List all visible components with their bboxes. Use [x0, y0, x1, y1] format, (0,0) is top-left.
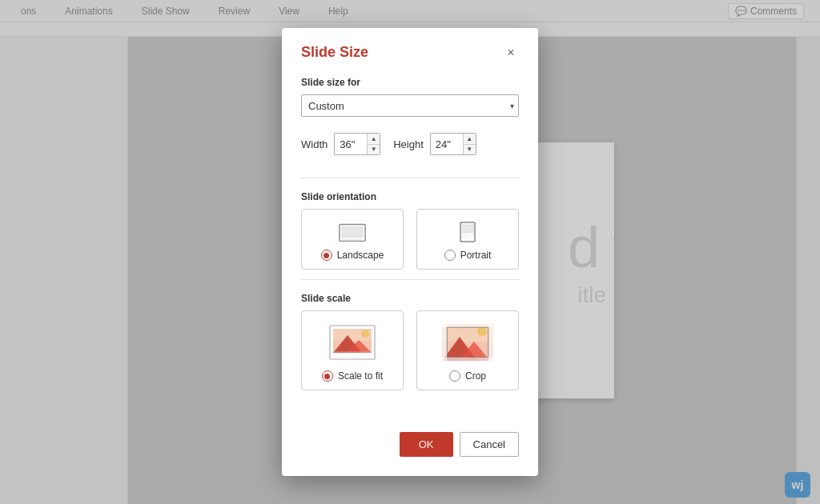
- crop-radio[interactable]: [449, 370, 460, 382]
- scale-to-fit-radio[interactable]: [322, 370, 333, 382]
- landscape-radio-dot: [324, 253, 329, 258]
- svg-rect-23: [440, 358, 495, 362]
- width-label: Width: [301, 138, 328, 150]
- width-increment-button[interactable]: ▲: [368, 134, 380, 145]
- portrait-option-label: Portrait: [460, 250, 492, 261]
- orientation-row: Landscape Portrait: [301, 209, 519, 270]
- scale-row: Scale to fit: [301, 310, 519, 390]
- scale-to-fit-svg: [325, 322, 380, 362]
- svg-rect-21: [488, 322, 495, 362]
- width-spinner-buttons: ▲ ▼: [367, 134, 380, 154]
- modal-overlay: Slide Size × Slide size for Standard (4:…: [0, 0, 820, 504]
- portrait-radio-row: Portrait: [444, 250, 492, 261]
- landscape-radio-row: Landscape: [321, 250, 384, 261]
- scale-to-fit-label: Scale to fit: [338, 370, 383, 382]
- portrait-icon: [453, 221, 482, 243]
- width-group: Width ▲ ▼: [301, 133, 380, 155]
- dialog-title: Slide Size: [301, 44, 368, 61]
- crop-label: Crop: [465, 370, 486, 382]
- height-group: Height ▲ ▼: [393, 133, 476, 155]
- slide-size-dialog: Slide Size × Slide size for Standard (4:…: [282, 28, 538, 476]
- orientation-label: Slide orientation: [301, 191, 519, 202]
- svg-rect-20: [440, 322, 447, 362]
- height-label: Height: [393, 138, 424, 150]
- close-button[interactable]: ×: [503, 45, 519, 61]
- landscape-icon-svg: [338, 221, 367, 243]
- slide-size-select[interactable]: Standard (4:3) Widescreen (16:9) Custom: [301, 94, 519, 117]
- svg-rect-4: [462, 225, 473, 233]
- portrait-option[interactable]: Portrait: [416, 209, 519, 270]
- divider-1: [301, 178, 519, 178]
- height-spinner-wrapper: ▲ ▼: [430, 133, 476, 155]
- landscape-radio[interactable]: [321, 250, 332, 261]
- width-decrement-button[interactable]: ▼: [368, 145, 380, 155]
- crop-svg: [440, 322, 495, 362]
- svg-rect-22: [440, 322, 495, 327]
- dimension-row: Width ▲ ▼ Height ▲ ▼: [301, 133, 519, 155]
- landscape-option-label: Landscape: [337, 250, 384, 261]
- svg-point-16: [477, 326, 487, 336]
- ok-button[interactable]: OK: [400, 432, 453, 457]
- portrait-radio[interactable]: [444, 250, 456, 261]
- crop-illustration: [440, 322, 495, 364]
- portrait-icon-svg: [459, 221, 476, 243]
- crop-option[interactable]: Crop: [416, 310, 519, 390]
- width-spinner-wrapper: ▲ ▼: [334, 133, 380, 155]
- landscape-option[interactable]: Landscape: [301, 209, 404, 270]
- scale-to-fit-illustration: [325, 322, 380, 364]
- divider-2: [301, 279, 519, 280]
- landscape-icon: [338, 221, 367, 243]
- height-decrement-button[interactable]: ▼: [464, 145, 476, 155]
- scale-to-fit-radio-dot: [324, 374, 330, 379]
- height-spinner-buttons: ▲ ▼: [463, 134, 476, 154]
- svg-rect-1: [342, 226, 364, 237]
- scale-to-fit-radio-row: Scale to fit: [322, 370, 383, 382]
- slide-size-dropdown-wrapper: Standard (4:3) Widescreen (16:9) Custom …: [301, 94, 519, 117]
- dialog-title-row: Slide Size ×: [301, 44, 519, 61]
- slide-size-for-label: Slide size for: [301, 77, 519, 88]
- scale-label: Slide scale: [301, 293, 519, 304]
- crop-radio-row: Crop: [449, 370, 486, 382]
- cancel-button[interactable]: Cancel: [460, 432, 519, 457]
- dialog-buttons: OK Cancel: [301, 432, 519, 457]
- svg-rect-13: [333, 351, 372, 353]
- scale-to-fit-option[interactable]: Scale to fit: [301, 310, 404, 390]
- svg-point-10: [361, 330, 369, 338]
- height-increment-button[interactable]: ▲: [464, 134, 476, 145]
